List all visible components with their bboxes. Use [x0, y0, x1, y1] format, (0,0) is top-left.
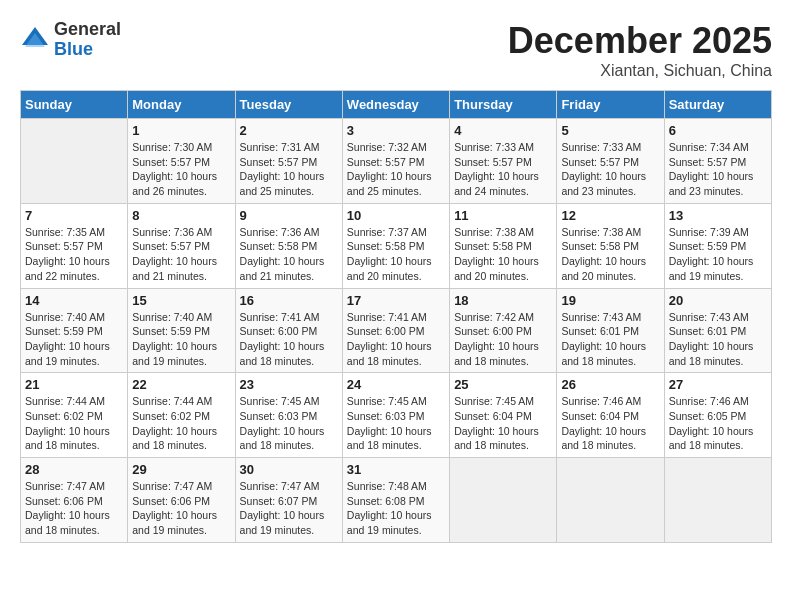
calendar-cell: 26Sunrise: 7:46 AM Sunset: 6:04 PM Dayli… [557, 373, 664, 458]
day-info: Sunrise: 7:36 AM Sunset: 5:58 PM Dayligh… [240, 225, 338, 284]
calendar-cell: 20Sunrise: 7:43 AM Sunset: 6:01 PM Dayli… [664, 288, 771, 373]
logo-icon [20, 25, 50, 55]
calendar-cell: 5Sunrise: 7:33 AM Sunset: 5:57 PM Daylig… [557, 119, 664, 204]
calendar-cell: 27Sunrise: 7:46 AM Sunset: 6:05 PM Dayli… [664, 373, 771, 458]
col-header-sunday: Sunday [21, 91, 128, 119]
day-number: 29 [132, 462, 230, 477]
day-number: 23 [240, 377, 338, 392]
col-header-thursday: Thursday [450, 91, 557, 119]
day-number: 18 [454, 293, 552, 308]
calendar-cell: 24Sunrise: 7:45 AM Sunset: 6:03 PM Dayli… [342, 373, 449, 458]
title-block: December 2025 Xiantan, Sichuan, China [508, 20, 772, 80]
day-info: Sunrise: 7:43 AM Sunset: 6:01 PM Dayligh… [561, 310, 659, 369]
logo-text: General Blue [54, 20, 121, 60]
day-number: 1 [132, 123, 230, 138]
logo-blue: Blue [54, 40, 121, 60]
calendar-cell: 7Sunrise: 7:35 AM Sunset: 5:57 PM Daylig… [21, 203, 128, 288]
day-info: Sunrise: 7:45 AM Sunset: 6:04 PM Dayligh… [454, 394, 552, 453]
day-info: Sunrise: 7:46 AM Sunset: 6:05 PM Dayligh… [669, 394, 767, 453]
calendar-cell: 31Sunrise: 7:48 AM Sunset: 6:08 PM Dayli… [342, 458, 449, 543]
col-header-tuesday: Tuesday [235, 91, 342, 119]
day-info: Sunrise: 7:33 AM Sunset: 5:57 PM Dayligh… [561, 140, 659, 199]
day-number: 16 [240, 293, 338, 308]
day-number: 28 [25, 462, 123, 477]
day-number: 11 [454, 208, 552, 223]
calendar-cell [664, 458, 771, 543]
calendar-cell: 25Sunrise: 7:45 AM Sunset: 6:04 PM Dayli… [450, 373, 557, 458]
day-number: 25 [454, 377, 552, 392]
day-info: Sunrise: 7:34 AM Sunset: 5:57 PM Dayligh… [669, 140, 767, 199]
calendar-cell: 11Sunrise: 7:38 AM Sunset: 5:58 PM Dayli… [450, 203, 557, 288]
day-info: Sunrise: 7:41 AM Sunset: 6:00 PM Dayligh… [347, 310, 445, 369]
day-number: 30 [240, 462, 338, 477]
calendar-cell: 2Sunrise: 7:31 AM Sunset: 5:57 PM Daylig… [235, 119, 342, 204]
logo: General Blue [20, 20, 121, 60]
calendar-cell: 13Sunrise: 7:39 AM Sunset: 5:59 PM Dayli… [664, 203, 771, 288]
calendar-cell: 18Sunrise: 7:42 AM Sunset: 6:00 PM Dayli… [450, 288, 557, 373]
day-number: 26 [561, 377, 659, 392]
day-info: Sunrise: 7:44 AM Sunset: 6:02 PM Dayligh… [25, 394, 123, 453]
calendar-cell: 16Sunrise: 7:41 AM Sunset: 6:00 PM Dayli… [235, 288, 342, 373]
calendar-cell: 14Sunrise: 7:40 AM Sunset: 5:59 PM Dayli… [21, 288, 128, 373]
day-info: Sunrise: 7:47 AM Sunset: 6:06 PM Dayligh… [132, 479, 230, 538]
col-header-wednesday: Wednesday [342, 91, 449, 119]
day-info: Sunrise: 7:38 AM Sunset: 5:58 PM Dayligh… [561, 225, 659, 284]
calendar-week-2: 7Sunrise: 7:35 AM Sunset: 5:57 PM Daylig… [21, 203, 772, 288]
day-number: 14 [25, 293, 123, 308]
calendar-cell: 12Sunrise: 7:38 AM Sunset: 5:58 PM Dayli… [557, 203, 664, 288]
logo-general: General [54, 20, 121, 40]
day-info: Sunrise: 7:48 AM Sunset: 6:08 PM Dayligh… [347, 479, 445, 538]
day-number: 19 [561, 293, 659, 308]
calendar-cell: 9Sunrise: 7:36 AM Sunset: 5:58 PM Daylig… [235, 203, 342, 288]
calendar-cell: 30Sunrise: 7:47 AM Sunset: 6:07 PM Dayli… [235, 458, 342, 543]
day-info: Sunrise: 7:45 AM Sunset: 6:03 PM Dayligh… [347, 394, 445, 453]
calendar-week-1: 1Sunrise: 7:30 AM Sunset: 5:57 PM Daylig… [21, 119, 772, 204]
calendar-cell: 8Sunrise: 7:36 AM Sunset: 5:57 PM Daylig… [128, 203, 235, 288]
day-number: 24 [347, 377, 445, 392]
day-number: 7 [25, 208, 123, 223]
calendar-cell [557, 458, 664, 543]
calendar-header-row: SundayMondayTuesdayWednesdayThursdayFrid… [21, 91, 772, 119]
day-info: Sunrise: 7:30 AM Sunset: 5:57 PM Dayligh… [132, 140, 230, 199]
calendar-cell: 22Sunrise: 7:44 AM Sunset: 6:02 PM Dayli… [128, 373, 235, 458]
day-info: Sunrise: 7:47 AM Sunset: 6:06 PM Dayligh… [25, 479, 123, 538]
calendar-cell: 1Sunrise: 7:30 AM Sunset: 5:57 PM Daylig… [128, 119, 235, 204]
col-header-monday: Monday [128, 91, 235, 119]
day-number: 6 [669, 123, 767, 138]
calendar-table: SundayMondayTuesdayWednesdayThursdayFrid… [20, 90, 772, 543]
day-number: 22 [132, 377, 230, 392]
col-header-saturday: Saturday [664, 91, 771, 119]
day-info: Sunrise: 7:46 AM Sunset: 6:04 PM Dayligh… [561, 394, 659, 453]
location-subtitle: Xiantan, Sichuan, China [508, 62, 772, 80]
day-number: 8 [132, 208, 230, 223]
day-info: Sunrise: 7:33 AM Sunset: 5:57 PM Dayligh… [454, 140, 552, 199]
day-info: Sunrise: 7:44 AM Sunset: 6:02 PM Dayligh… [132, 394, 230, 453]
day-number: 2 [240, 123, 338, 138]
day-info: Sunrise: 7:42 AM Sunset: 6:00 PM Dayligh… [454, 310, 552, 369]
calendar-cell: 6Sunrise: 7:34 AM Sunset: 5:57 PM Daylig… [664, 119, 771, 204]
day-number: 20 [669, 293, 767, 308]
day-info: Sunrise: 7:35 AM Sunset: 5:57 PM Dayligh… [25, 225, 123, 284]
day-number: 13 [669, 208, 767, 223]
calendar-cell: 10Sunrise: 7:37 AM Sunset: 5:58 PM Dayli… [342, 203, 449, 288]
page-header: General Blue December 2025 Xiantan, Sich… [20, 20, 772, 80]
day-number: 12 [561, 208, 659, 223]
day-number: 15 [132, 293, 230, 308]
day-info: Sunrise: 7:31 AM Sunset: 5:57 PM Dayligh… [240, 140, 338, 199]
calendar-cell: 19Sunrise: 7:43 AM Sunset: 6:01 PM Dayli… [557, 288, 664, 373]
calendar-cell: 17Sunrise: 7:41 AM Sunset: 6:00 PM Dayli… [342, 288, 449, 373]
day-info: Sunrise: 7:40 AM Sunset: 5:59 PM Dayligh… [25, 310, 123, 369]
day-info: Sunrise: 7:38 AM Sunset: 5:58 PM Dayligh… [454, 225, 552, 284]
calendar-week-3: 14Sunrise: 7:40 AM Sunset: 5:59 PM Dayli… [21, 288, 772, 373]
calendar-cell: 15Sunrise: 7:40 AM Sunset: 5:59 PM Dayli… [128, 288, 235, 373]
day-info: Sunrise: 7:47 AM Sunset: 6:07 PM Dayligh… [240, 479, 338, 538]
calendar-week-4: 21Sunrise: 7:44 AM Sunset: 6:02 PM Dayli… [21, 373, 772, 458]
calendar-cell: 29Sunrise: 7:47 AM Sunset: 6:06 PM Dayli… [128, 458, 235, 543]
calendar-week-5: 28Sunrise: 7:47 AM Sunset: 6:06 PM Dayli… [21, 458, 772, 543]
calendar-cell: 23Sunrise: 7:45 AM Sunset: 6:03 PM Dayli… [235, 373, 342, 458]
day-number: 3 [347, 123, 445, 138]
day-number: 31 [347, 462, 445, 477]
day-number: 5 [561, 123, 659, 138]
day-info: Sunrise: 7:41 AM Sunset: 6:00 PM Dayligh… [240, 310, 338, 369]
day-info: Sunrise: 7:43 AM Sunset: 6:01 PM Dayligh… [669, 310, 767, 369]
